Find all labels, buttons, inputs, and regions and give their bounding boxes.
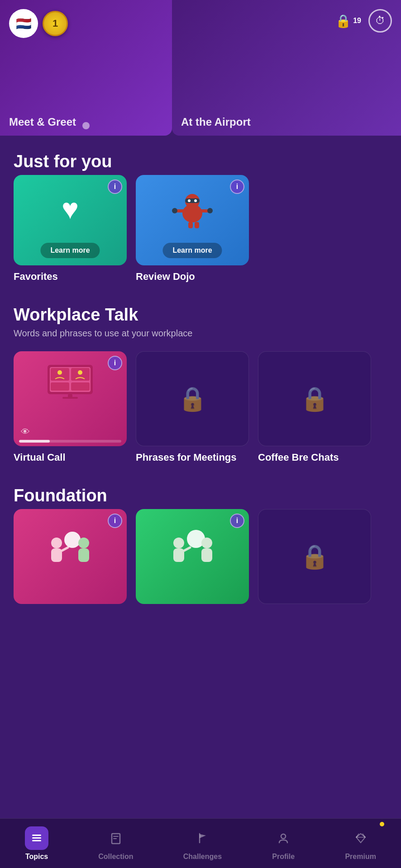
nav-item-challenges[interactable]: Challenges bbox=[176, 823, 229, 864]
svg-point-23 bbox=[64, 532, 81, 548]
review-dojo-label: Review Dojo bbox=[136, 271, 249, 283]
profile-label: Profile bbox=[272, 853, 295, 861]
phrases-meetings-wrapper: 🔒 Phrases for Meetings bbox=[136, 351, 249, 463]
monitor-svg bbox=[45, 363, 95, 399]
heart-icon: ♥ bbox=[62, 192, 79, 226]
svg-rect-35 bbox=[113, 836, 119, 837]
foundation-card-3-wrapper: 🔒 bbox=[258, 509, 371, 604]
carousel-dot bbox=[82, 122, 90, 129]
flag-avatar: 🇳🇱 bbox=[9, 9, 38, 38]
svg-rect-15 bbox=[51, 382, 69, 391]
carousel-right-card[interactable]: 🔒 19 ⏱ At the Airport bbox=[172, 0, 401, 136]
icons-area: 🔒 19 ⏱ bbox=[335, 9, 392, 33]
svg-rect-30 bbox=[201, 548, 212, 562]
svg-rect-36 bbox=[113, 838, 117, 839]
review-dojo-learn-more-button[interactable]: Learn more bbox=[162, 243, 222, 258]
virtual-call-label: Virtual Call bbox=[14, 452, 127, 463]
workplace-talk-subtitle: Words and phrases to use at your workpla… bbox=[14, 328, 387, 339]
just-for-you-title: Just for you bbox=[14, 152, 387, 171]
carousel-left-label: Meet & Greet bbox=[9, 116, 76, 128]
nav-item-collection[interactable]: Collection bbox=[91, 823, 140, 864]
svg-point-21 bbox=[51, 538, 62, 548]
svg-rect-22 bbox=[51, 548, 62, 562]
coffee-chats-label: Coffee Bre Chats bbox=[258, 452, 371, 463]
premium-icon bbox=[349, 826, 372, 850]
favorites-info-icon[interactable]: i bbox=[108, 179, 122, 194]
ninja-svg bbox=[172, 189, 213, 229]
profile-icon bbox=[272, 826, 295, 850]
svg-rect-20 bbox=[62, 397, 78, 399]
favorites-card[interactable]: i ♥ Learn more bbox=[14, 175, 127, 265]
svg-rect-10 bbox=[195, 222, 199, 228]
phrases-meetings-card[interactable]: 🔒 bbox=[136, 351, 249, 446]
just-for-you-cards: i ♥ Learn more Favorites i bbox=[14, 175, 387, 283]
foundation-card-3[interactable]: 🔒 bbox=[258, 509, 371, 604]
favorites-wrapper: i ♥ Learn more Favorites bbox=[14, 175, 127, 283]
svg-rect-25 bbox=[78, 548, 89, 562]
foundation-card-2[interactable]: i bbox=[136, 509, 249, 604]
challenges-label: Challenges bbox=[183, 853, 222, 861]
svg-point-8 bbox=[207, 208, 213, 213]
char-svg-2 bbox=[165, 523, 220, 568]
eye-icon: 👁 bbox=[21, 427, 30, 437]
lock-badge: 🔒 19 bbox=[335, 14, 361, 28]
carousel-right-label: At the Airport bbox=[181, 116, 251, 128]
timer-icon: ⏱ bbox=[368, 9, 392, 33]
topics-icon bbox=[25, 826, 48, 850]
foundation-card-1-wrapper: i bbox=[14, 509, 127, 604]
challenges-icon bbox=[191, 826, 214, 850]
carousel: 🇳🇱 1 Meet & Greet 🔒 19 ⏱ At the Airport bbox=[0, 0, 401, 136]
progress-fill bbox=[19, 440, 50, 443]
main-content: Just for you i ♥ Learn more Favorites i bbox=[0, 136, 401, 663]
foundation-card-1[interactable]: i bbox=[14, 509, 127, 604]
coffee-chats-wrapper: 🔒 Coffee Bre Chats bbox=[258, 351, 371, 463]
svg-point-26 bbox=[173, 538, 184, 548]
foundation-section: Foundation i bbox=[14, 486, 387, 604]
virtual-call-card[interactable]: i bbox=[14, 351, 127, 446]
foundation-title: Foundation bbox=[14, 486, 387, 505]
char-svg-1 bbox=[43, 523, 97, 568]
workplace-talk-section: Workplace Talk Words and phrases to use … bbox=[14, 305, 387, 463]
svg-rect-33 bbox=[32, 840, 41, 841]
premium-label: Premium bbox=[345, 853, 376, 861]
svg-rect-16 bbox=[71, 382, 90, 391]
svg-point-29 bbox=[201, 538, 212, 548]
virtual-call-info-icon[interactable]: i bbox=[108, 356, 122, 370]
svg-rect-9 bbox=[188, 222, 193, 228]
foundation-1-info-icon[interactable]: i bbox=[108, 514, 122, 528]
svg-point-7 bbox=[172, 208, 177, 213]
gold-badge: 1 bbox=[43, 11, 68, 36]
lock-icon: 🔒 bbox=[335, 14, 351, 28]
svg-point-24 bbox=[78, 538, 89, 548]
svg-point-4 bbox=[194, 199, 197, 202]
svg-point-38 bbox=[281, 834, 286, 839]
coffee-chats-card[interactable]: 🔒 bbox=[258, 351, 371, 446]
foundation-2-info-icon[interactable]: i bbox=[230, 514, 244, 528]
svg-rect-27 bbox=[173, 548, 184, 562]
collection-label: Collection bbox=[98, 853, 133, 861]
bottom-nav: Topics Collection Challenges bbox=[0, 818, 401, 868]
virtual-call-wrapper: i bbox=[14, 351, 127, 463]
svg-rect-31 bbox=[32, 835, 41, 836]
workplace-talk-title: Workplace Talk bbox=[14, 305, 387, 325]
review-dojo-card[interactable]: i bbox=[136, 175, 249, 265]
progress-bar bbox=[19, 440, 121, 443]
nav-item-topics[interactable]: Topics bbox=[18, 823, 56, 864]
nav-item-profile[interactable]: Profile bbox=[264, 823, 302, 864]
svg-rect-2 bbox=[185, 198, 200, 203]
phrases-meetings-label: Phrases for Meetings bbox=[136, 452, 249, 463]
coffee-lock-icon: 🔒 bbox=[258, 352, 371, 446]
foundation-3-lock-icon: 🔒 bbox=[258, 509, 371, 604]
nav-item-premium[interactable]: Premium bbox=[338, 823, 383, 864]
carousel-left-card[interactable]: 🇳🇱 1 Meet & Greet bbox=[0, 0, 172, 136]
svg-rect-32 bbox=[32, 837, 41, 839]
topics-label: Topics bbox=[25, 853, 48, 861]
just-for-you-section: Just for you i ♥ Learn more Favorites i bbox=[14, 152, 387, 283]
favorites-learn-more-button[interactable]: Learn more bbox=[40, 243, 100, 258]
review-dojo-info-icon[interactable]: i bbox=[230, 179, 244, 194]
svg-point-18 bbox=[78, 370, 82, 375]
foundation-cards-row: i bbox=[14, 509, 387, 604]
favorites-label: Favorites bbox=[14, 271, 127, 283]
collection-icon bbox=[104, 826, 128, 850]
phrases-lock-icon: 🔒 bbox=[136, 352, 248, 446]
